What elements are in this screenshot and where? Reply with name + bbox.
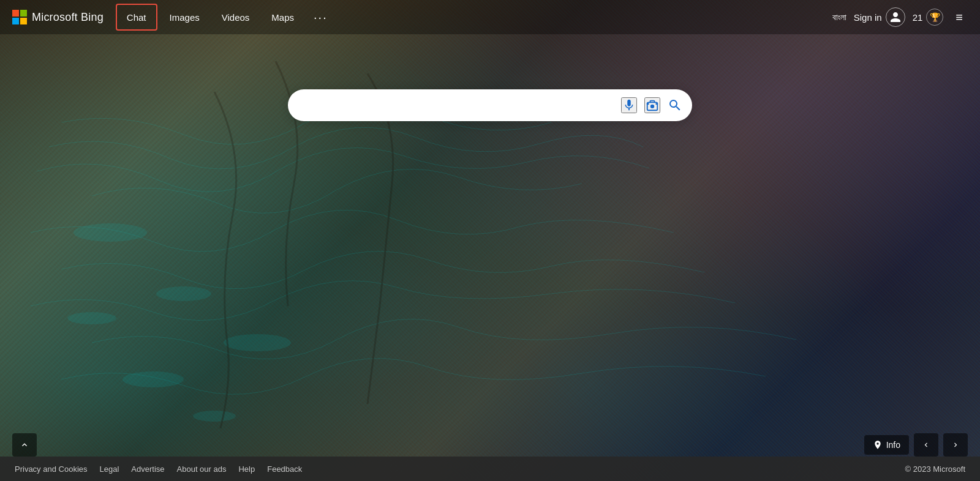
language-button[interactable]: বাংলা	[832, 12, 846, 23]
footer-legal[interactable]: Legal	[100, 464, 119, 474]
nav-maps[interactable]: Maps	[262, 4, 304, 31]
points-button[interactable]: 21 🏆	[913, 9, 944, 26]
header-right: বাংলা Sign in 21 🏆 ≡	[832, 7, 968, 27]
avatar	[886, 7, 905, 27]
footer: Privacy and Cookies Legal Advertise Abou…	[0, 457, 980, 481]
user-icon	[889, 11, 902, 23]
nav-videos[interactable]: Videos	[212, 4, 260, 31]
chevron-left-icon	[922, 441, 930, 449]
search-button[interactable]	[668, 98, 682, 113]
info-bar: Info	[864, 433, 968, 457]
nav-images[interactable]: Images	[160, 4, 209, 31]
sign-in-button[interactable]: Sign in	[854, 7, 905, 27]
footer-advertise[interactable]: Advertise	[131, 464, 164, 474]
main-nav: Chat Images Videos Maps ···	[116, 4, 832, 31]
svg-rect-8	[647, 103, 649, 105]
svg-rect-9	[656, 103, 658, 105]
copyright: © 2023 Microsoft	[905, 464, 965, 474]
footer-feedback[interactable]: Feedback	[267, 464, 302, 474]
info-label: Info	[886, 440, 900, 450]
search-input[interactable]	[298, 100, 621, 111]
search-bar	[288, 89, 692, 121]
logo[interactable]: Microsoft Bing	[12, 10, 104, 24]
prev-image-button[interactable]	[914, 433, 938, 457]
scroll-up-button[interactable]	[12, 433, 37, 457]
nav-more[interactable]: ···	[306, 4, 335, 31]
svg-point-7	[650, 105, 654, 108]
search-area	[0, 89, 980, 121]
footer-help[interactable]: Help	[238, 464, 255, 474]
trophy-icon: 🏆	[926, 9, 943, 26]
hamburger-menu-button[interactable]: ≡	[951, 8, 968, 27]
footer-links: Privacy and Cookies Legal Advertise Abou…	[15, 464, 302, 474]
sign-in-label: Sign in	[854, 12, 882, 23]
microphone-button[interactable]	[621, 97, 637, 113]
points-label: 21	[913, 12, 923, 23]
footer-about-ads[interactable]: About our ads	[177, 464, 227, 474]
search-icons	[621, 97, 682, 113]
visual-search-button[interactable]	[644, 97, 660, 113]
microsoft-logo-icon	[12, 10, 27, 24]
location-icon	[873, 440, 883, 450]
header: Microsoft Bing Chat Images Videos Maps ·…	[0, 0, 980, 34]
background	[0, 0, 980, 481]
info-button[interactable]: Info	[864, 435, 909, 455]
logo-text: Microsoft Bing	[32, 11, 104, 24]
chevron-right-icon	[951, 441, 960, 449]
nav-chat[interactable]: Chat	[116, 4, 157, 31]
footer-privacy[interactable]: Privacy and Cookies	[15, 464, 88, 474]
next-image-button[interactable]	[943, 433, 968, 457]
